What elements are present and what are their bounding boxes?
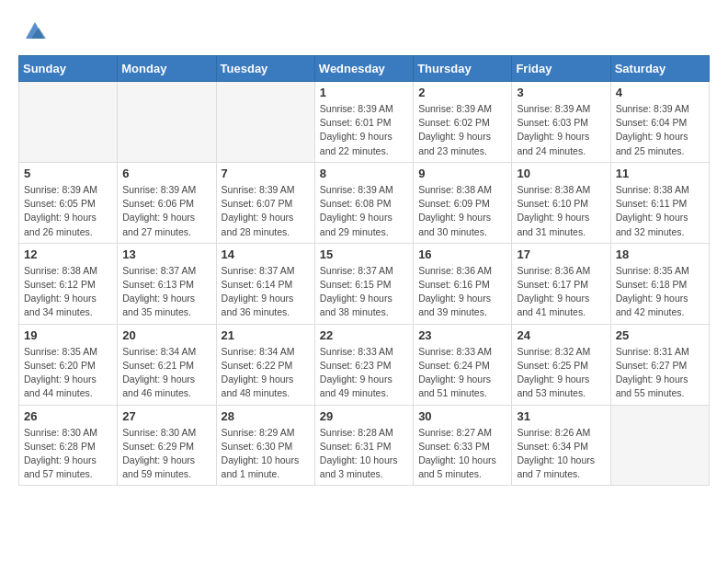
calendar-cell: 7Sunrise: 8:39 AM Sunset: 6:07 PM Daylig… xyxy=(216,162,314,243)
day-info: Sunrise: 8:34 AM Sunset: 6:21 PM Dayligh… xyxy=(122,345,210,401)
weekday-header-wednesday: Wednesday xyxy=(314,56,413,82)
calendar-week-1: 1Sunrise: 8:39 AM Sunset: 6:01 PM Daylig… xyxy=(19,82,710,163)
day-number: 1 xyxy=(320,86,408,99)
calendar-cell: 8Sunrise: 8:39 AM Sunset: 6:08 PM Daylig… xyxy=(314,162,413,243)
day-number: 15 xyxy=(320,247,408,261)
calendar-cell xyxy=(610,405,709,486)
calendar-cell xyxy=(19,82,118,163)
calendar-cell: 16Sunrise: 8:36 AM Sunset: 6:16 PM Dayli… xyxy=(414,243,512,324)
day-number: 10 xyxy=(517,167,605,180)
calendar-cell: 25Sunrise: 8:31 AM Sunset: 6:27 PM Dayli… xyxy=(610,324,709,405)
day-info: Sunrise: 8:39 AM Sunset: 6:07 PM Dayligh… xyxy=(222,183,310,239)
day-info: Sunrise: 8:33 AM Sunset: 6:24 PM Dayligh… xyxy=(418,345,506,401)
day-number: 13 xyxy=(122,247,210,261)
day-number: 22 xyxy=(320,328,408,342)
day-number: 16 xyxy=(418,247,506,261)
calendar-cell: 2Sunrise: 8:39 AM Sunset: 6:02 PM Daylig… xyxy=(414,82,512,163)
day-number: 17 xyxy=(517,247,605,261)
calendar-cell: 22Sunrise: 8:33 AM Sunset: 6:23 PM Dayli… xyxy=(314,324,413,405)
calendar-cell: 15Sunrise: 8:37 AM Sunset: 6:15 PM Dayli… xyxy=(314,243,413,324)
day-number: 28 xyxy=(222,409,310,423)
day-number: 23 xyxy=(418,328,506,342)
calendar-cell: 10Sunrise: 8:38 AM Sunset: 6:10 PM Dayli… xyxy=(512,162,610,243)
day-number: 9 xyxy=(418,167,506,180)
day-info: Sunrise: 8:30 AM Sunset: 6:28 PM Dayligh… xyxy=(24,426,112,482)
day-number: 30 xyxy=(418,409,506,423)
calendar-cell: 1Sunrise: 8:39 AM Sunset: 6:01 PM Daylig… xyxy=(314,82,413,163)
calendar-cell: 30Sunrise: 8:27 AM Sunset: 6:33 PM Dayli… xyxy=(414,405,512,486)
calendar-cell: 18Sunrise: 8:35 AM Sunset: 6:18 PM Dayli… xyxy=(610,243,709,324)
calendar-cell: 17Sunrise: 8:36 AM Sunset: 6:17 PM Dayli… xyxy=(512,243,610,324)
day-info: Sunrise: 8:32 AM Sunset: 6:25 PM Dayligh… xyxy=(517,345,605,401)
calendar-cell: 13Sunrise: 8:37 AM Sunset: 6:13 PM Dayli… xyxy=(118,243,216,324)
day-number: 19 xyxy=(24,328,112,342)
weekday-header-tuesday: Tuesday xyxy=(216,56,314,82)
day-info: Sunrise: 8:39 AM Sunset: 6:01 PM Dayligh… xyxy=(320,102,408,158)
calendar-cell: 3Sunrise: 8:39 AM Sunset: 6:03 PM Daylig… xyxy=(512,82,610,163)
calendar-cell xyxy=(216,82,314,163)
weekday-header-row: SundayMondayTuesdayWednesdayThursdayFrid… xyxy=(19,56,710,82)
calendar-week-5: 26Sunrise: 8:30 AM Sunset: 6:28 PM Dayli… xyxy=(19,405,710,486)
calendar-cell: 19Sunrise: 8:35 AM Sunset: 6:20 PM Dayli… xyxy=(19,324,118,405)
day-info: Sunrise: 8:38 AM Sunset: 6:11 PM Dayligh… xyxy=(616,183,704,239)
calendar-cell: 9Sunrise: 8:38 AM Sunset: 6:09 PM Daylig… xyxy=(414,162,512,243)
day-number: 29 xyxy=(320,409,408,423)
weekday-header-friday: Friday xyxy=(512,56,610,82)
calendar-week-4: 19Sunrise: 8:35 AM Sunset: 6:20 PM Dayli… xyxy=(19,324,710,405)
day-number: 18 xyxy=(616,247,704,261)
calendar-cell: 6Sunrise: 8:39 AM Sunset: 6:06 PM Daylig… xyxy=(118,162,216,243)
day-info: Sunrise: 8:39 AM Sunset: 6:06 PM Dayligh… xyxy=(122,183,210,239)
day-info: Sunrise: 8:38 AM Sunset: 6:09 PM Dayligh… xyxy=(418,183,506,239)
calendar-cell: 11Sunrise: 8:38 AM Sunset: 6:11 PM Dayli… xyxy=(610,162,709,243)
day-number: 25 xyxy=(616,328,704,342)
weekday-header-saturday: Saturday xyxy=(610,56,709,82)
day-info: Sunrise: 8:29 AM Sunset: 6:30 PM Dayligh… xyxy=(222,426,310,482)
logo-icon xyxy=(22,17,48,42)
day-info: Sunrise: 8:37 AM Sunset: 6:15 PM Dayligh… xyxy=(320,264,408,320)
day-info: Sunrise: 8:39 AM Sunset: 6:03 PM Dayligh… xyxy=(517,102,605,158)
day-number: 24 xyxy=(517,328,605,342)
logo xyxy=(18,17,48,44)
calendar-cell: 21Sunrise: 8:34 AM Sunset: 6:22 PM Dayli… xyxy=(216,324,314,405)
day-info: Sunrise: 8:28 AM Sunset: 6:31 PM Dayligh… xyxy=(320,426,408,482)
day-info: Sunrise: 8:31 AM Sunset: 6:27 PM Dayligh… xyxy=(616,345,704,401)
weekday-header-thursday: Thursday xyxy=(414,56,512,82)
calendar-cell: 14Sunrise: 8:37 AM Sunset: 6:14 PM Dayli… xyxy=(216,243,314,324)
day-info: Sunrise: 8:35 AM Sunset: 6:20 PM Dayligh… xyxy=(24,345,112,401)
day-info: Sunrise: 8:37 AM Sunset: 6:13 PM Dayligh… xyxy=(122,264,210,320)
day-number: 14 xyxy=(222,247,310,261)
day-info: Sunrise: 8:37 AM Sunset: 6:14 PM Dayligh… xyxy=(222,264,310,320)
day-info: Sunrise: 8:36 AM Sunset: 6:17 PM Dayligh… xyxy=(517,264,605,320)
calendar-week-2: 5Sunrise: 8:39 AM Sunset: 6:05 PM Daylig… xyxy=(19,162,710,243)
day-info: Sunrise: 8:30 AM Sunset: 6:29 PM Dayligh… xyxy=(122,426,210,482)
day-info: Sunrise: 8:27 AM Sunset: 6:33 PM Dayligh… xyxy=(418,426,506,482)
day-info: Sunrise: 8:26 AM Sunset: 6:34 PM Dayligh… xyxy=(517,426,605,482)
page: SundayMondayTuesdayWednesdayThursdayFrid… xyxy=(0,0,728,502)
calendar-cell: 5Sunrise: 8:39 AM Sunset: 6:05 PM Daylig… xyxy=(19,162,118,243)
day-info: Sunrise: 8:35 AM Sunset: 6:18 PM Dayligh… xyxy=(616,264,704,320)
header xyxy=(18,17,710,44)
weekday-header-monday: Monday xyxy=(118,56,216,82)
day-number: 31 xyxy=(517,409,605,423)
calendar-cell: 26Sunrise: 8:30 AM Sunset: 6:28 PM Dayli… xyxy=(19,405,118,486)
calendar-cell: 23Sunrise: 8:33 AM Sunset: 6:24 PM Dayli… xyxy=(414,324,512,405)
calendar-cell: 28Sunrise: 8:29 AM Sunset: 6:30 PM Dayli… xyxy=(216,405,314,486)
day-info: Sunrise: 8:39 AM Sunset: 6:05 PM Dayligh… xyxy=(24,183,112,239)
day-number: 3 xyxy=(517,86,605,99)
calendar-cell: 24Sunrise: 8:32 AM Sunset: 6:25 PM Dayli… xyxy=(512,324,610,405)
day-number: 21 xyxy=(222,328,310,342)
day-info: Sunrise: 8:39 AM Sunset: 6:08 PM Dayligh… xyxy=(320,183,408,239)
calendar-cell: 4Sunrise: 8:39 AM Sunset: 6:04 PM Daylig… xyxy=(610,82,709,163)
day-info: Sunrise: 8:36 AM Sunset: 6:16 PM Dayligh… xyxy=(418,264,506,320)
day-number: 6 xyxy=(122,167,210,180)
day-info: Sunrise: 8:38 AM Sunset: 6:10 PM Dayligh… xyxy=(517,183,605,239)
calendar-week-3: 12Sunrise: 8:38 AM Sunset: 6:12 PM Dayli… xyxy=(19,243,710,324)
day-info: Sunrise: 8:39 AM Sunset: 6:02 PM Dayligh… xyxy=(418,102,506,158)
day-info: Sunrise: 8:38 AM Sunset: 6:12 PM Dayligh… xyxy=(24,264,112,320)
calendar-cell: 27Sunrise: 8:30 AM Sunset: 6:29 PM Dayli… xyxy=(118,405,216,486)
day-number: 8 xyxy=(320,167,408,180)
calendar-cell xyxy=(118,82,216,163)
calendar-cell: 29Sunrise: 8:28 AM Sunset: 6:31 PM Dayli… xyxy=(314,405,413,486)
calendar-cell: 31Sunrise: 8:26 AM Sunset: 6:34 PM Dayli… xyxy=(512,405,610,486)
day-number: 11 xyxy=(616,167,704,180)
